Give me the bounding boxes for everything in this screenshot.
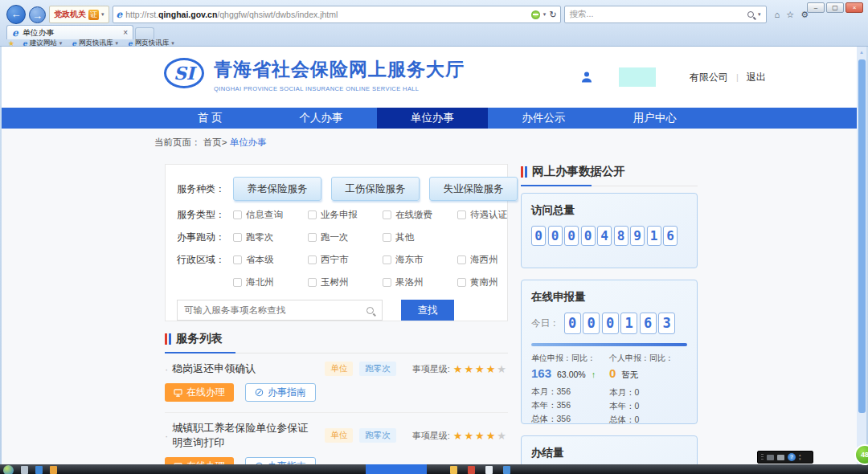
bullet-icon: ·: [165, 363, 168, 375]
maximize-button[interactable]: ▢: [826, 2, 844, 13]
guide-button[interactable]: 办事指南: [245, 383, 316, 402]
refresh-icon[interactable]: ↻: [549, 10, 556, 20]
floating-toolbar[interactable]: ? ▴▾: [757, 451, 813, 464]
panel-divider: [531, 343, 687, 346]
breadcrumb-home-link[interactable]: 首页: [203, 137, 222, 147]
find-button[interactable]: 查找: [401, 300, 454, 321]
address-bar[interactable]: e http://rst.qinghai.gov.cn/qhggfw/qhsiw…: [113, 6, 561, 23]
stats-row-value: 0: [635, 401, 640, 411]
autocomplete-dropdown-icon[interactable]: ▾: [543, 11, 547, 18]
stats-row: 本年：0: [609, 399, 687, 413]
home-icon[interactable]: ⌂: [775, 10, 780, 19]
scroll-up-icon[interactable]: ▲: [857, 47, 866, 55]
filter-checkbox-option[interactable]: 果洛州: [383, 276, 457, 288]
filter-checkbox-option[interactable]: 业务申报: [308, 209, 383, 221]
favorites-icon[interactable]: ☆: [786, 10, 794, 20]
favorites-star-icon[interactable]: ★: [8, 39, 14, 47]
minimize-button[interactable]: –: [807, 2, 825, 13]
search-dropdown-icon[interactable]: ▾: [758, 11, 761, 18]
checkbox-icon: [233, 233, 242, 242]
forward-button[interactable]: →: [29, 6, 46, 23]
taskbar-icon[interactable]: [450, 466, 457, 474]
checkbox-label: 信息查询: [246, 209, 283, 221]
nav-item-5[interactable]: 用户中心: [600, 108, 710, 129]
capture-icon[interactable]: [767, 455, 774, 460]
filter-row: 办事跑动：跑零次跑一次其他: [177, 226, 496, 248]
stats-row-label: 本年：: [531, 400, 557, 410]
taskbar-icon[interactable]: [50, 466, 57, 474]
tab-close-icon[interactable]: ×: [123, 28, 128, 37]
counter-digit: 0: [531, 226, 546, 246]
filter-checkbox-option[interactable]: 海北州: [233, 276, 308, 288]
nav-item-1[interactable]: 首 页: [154, 108, 265, 129]
close-button[interactable]: ×: [845, 2, 863, 13]
filter-checkbox-option[interactable]: 信息查询: [233, 209, 308, 221]
service-kind-button[interactable]: 工伤保险服务: [331, 177, 420, 201]
nav-item-4[interactable]: 办件公示: [488, 108, 599, 129]
bullet-icon: ·: [165, 430, 168, 442]
compatibility-view-icon[interactable]: [531, 10, 540, 19]
service-name[interactable]: 城镇职工养老保险单位参保证明查询打印: [172, 421, 318, 450]
service-item-actions: 在线办理办事指南: [165, 457, 508, 464]
completed-panel: 办结量 今日： 000140: [521, 435, 698, 464]
stats-header: 单位申报：同比：: [531, 353, 609, 364]
filter-rows: 服务类型：信息查询业务申报在线缴费待遇认证证明打印办事跑动：跑零次跑一次其他行政…: [177, 203, 496, 293]
url-protocol: http://rst.: [125, 10, 158, 19]
filter-checkbox-option[interactable]: 在线缴费: [383, 209, 457, 221]
os-taskbar[interactable]: [0, 464, 868, 474]
service-name[interactable]: 稳岗返还申领确认: [172, 362, 318, 376]
filter-checkbox-option[interactable]: 跑一次: [308, 231, 383, 243]
online-handle-button[interactable]: 在线办理: [165, 457, 234, 464]
folder-icon[interactable]: [777, 455, 784, 460]
checkbox-icon: [457, 210, 466, 219]
taskbar-active-window[interactable]: [366, 464, 427, 474]
scrollbar-thumb[interactable]: [858, 59, 866, 413]
taskbar-icon[interactable]: [35, 466, 43, 474]
taskbar-icon[interactable]: [468, 466, 475, 474]
logout-link[interactable]: 退出: [747, 71, 766, 84]
stats-row: 总体：356: [531, 412, 609, 426]
service-kind-button[interactable]: 养老保险服务: [233, 177, 321, 201]
drag-handle-icon[interactable]: [761, 454, 764, 461]
stats-row: 本月：356: [531, 385, 609, 398]
star-icon: ★: [497, 363, 508, 375]
service-search-input[interactable]: [177, 300, 383, 321]
browser-search-box[interactable]: 搜索... ▾: [564, 6, 767, 23]
filter-checkbox-option[interactable]: 海东市: [383, 254, 457, 266]
nav-item-3[interactable]: 单位办事: [377, 108, 488, 129]
breadcrumb: 当前页面： 首页> 单位办事: [154, 137, 267, 149]
taskbar-icon[interactable]: [21, 466, 28, 474]
expand-arrows-icon[interactable]: ▴▾: [799, 453, 801, 461]
apply-counter-row: 今日： 000163: [531, 313, 687, 334]
filter-checkbox-option[interactable]: 省本级: [233, 254, 308, 266]
site-identity-badge[interactable]: 党政机关 证 ▾: [49, 6, 109, 23]
visit-counter-row: 000048916: [531, 226, 687, 246]
filter-checkbox-option[interactable]: 玉树州: [308, 276, 383, 288]
stats-row: 本年：356: [531, 398, 609, 412]
browser-tab[interactable]: e 单位办事 ×: [6, 25, 133, 39]
filter-checkbox-option[interactable]: 其他: [383, 231, 457, 243]
nav-item-2[interactable]: 个人办事: [265, 108, 376, 129]
start-button[interactable]: [3, 465, 14, 474]
help-icon[interactable]: ?: [788, 453, 796, 461]
counter-digit: 8: [614, 226, 628, 246]
visit-counter: 000048916: [531, 226, 678, 246]
stats-row-value: 0: [635, 387, 640, 397]
guide-button[interactable]: 办事指南: [245, 457, 316, 464]
search-icon[interactable]: [747, 11, 754, 18]
filter-checkbox-option[interactable]: 西宁市: [308, 254, 383, 266]
back-button[interactable]: ←: [6, 5, 26, 24]
page-scrollbar[interactable]: ▲: [857, 47, 866, 464]
online-handle-button[interactable]: 在线办理: [165, 383, 234, 402]
checkbox-icon: [308, 255, 317, 264]
user-icon: [580, 71, 593, 84]
taskbar-icon[interactable]: [503, 466, 510, 474]
ie-icon: e: [23, 39, 27, 47]
online-handle-label: 在线办理: [186, 386, 225, 399]
filter-row: 海北州玉树州果洛州黄南州: [177, 271, 496, 293]
star-rating-label: 事项星级:: [412, 430, 450, 442]
taskbar-icon[interactable]: [485, 466, 493, 474]
checkbox-label: 待遇认证: [470, 209, 507, 221]
service-kind-button[interactable]: 失业保险服务: [429, 177, 518, 201]
filter-checkbox-option[interactable]: 跑零次: [233, 231, 308, 243]
